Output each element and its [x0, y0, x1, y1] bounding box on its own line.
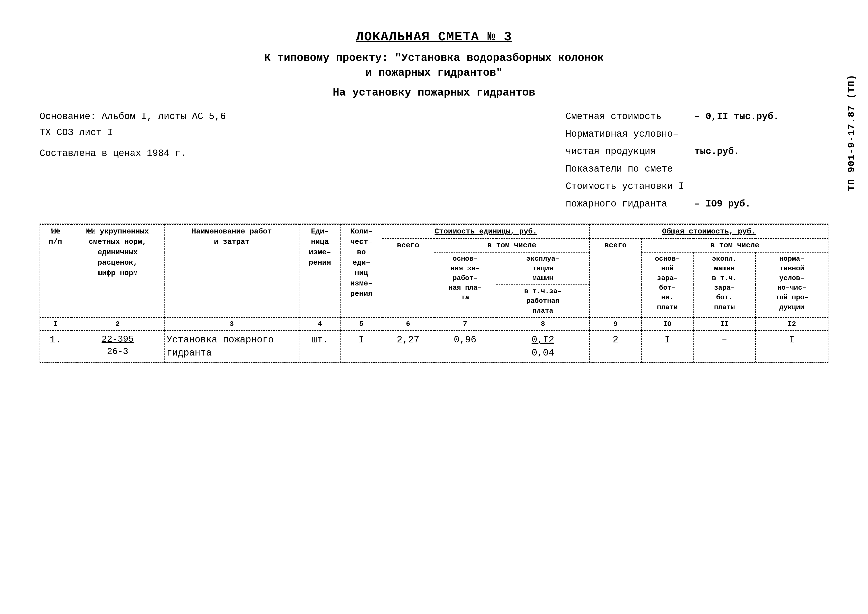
header-expl-machines: эксплуа–тациямашин: [496, 252, 589, 285]
col-num-11: II: [693, 317, 756, 331]
meta-section: Основание: Альбом I, листы АС 5,6 ТХ СОЗ…: [40, 109, 828, 214]
main-title: ЛОКАЛЬНАЯ СМЕТА № 3: [40, 30, 828, 44]
meta-right-row6: пожарного гидранта – IO9 руб.: [566, 196, 779, 212]
meta-right: Сметная стоимость – 0,II тыс.руб. Нормат…: [566, 109, 779, 214]
data-total-unit: 2,27: [382, 331, 434, 362]
header-row-1: №№п/п №№ укрупненныхсметных норм,единичн…: [40, 225, 828, 238]
col-num-8: 8: [496, 317, 589, 331]
header-col-num: №№п/п: [40, 225, 71, 317]
header-expl-sub: в т.ч.за–работнаяплата: [496, 285, 589, 317]
col-num-1: I: [40, 317, 71, 331]
meta-left: Основание: Альбом I, листы АС 5,6 ТХ СОЗ…: [40, 109, 226, 214]
header-in-that-unit: в том числе: [434, 238, 590, 252]
vertical-stamp: ТП 901-9-17.87 (ТП): [845, 74, 858, 191]
table-row: 1. 22-395 26-3 Установка пожарного гидра…: [40, 331, 828, 362]
meta-left-line2: ТХ СОЗ лист I: [40, 125, 226, 141]
meta-right-label1: Сметная стоимость: [566, 109, 694, 125]
header-col-unit: Еди–ницаизме–рения: [299, 225, 341, 317]
data-base-wage: 0,96: [434, 331, 496, 362]
meta-right-value6: – IO9 руб.: [694, 196, 751, 212]
data-unit: шт.: [299, 331, 341, 362]
meta-left-line3: Составлена в ценах 1984 г.: [40, 146, 226, 162]
col-num-4: 4: [299, 317, 341, 331]
header-total-all: всего: [590, 238, 642, 317]
data-expl: 0,I2 0,04: [496, 331, 589, 362]
meta-right-value3: тыс.руб.: [694, 144, 739, 160]
page: ТП 901-9-17.87 (ТП) ЛОКАЛЬНАЯ СМЕТА № 3 …: [0, 0, 868, 614]
col-num-6: 6: [382, 317, 434, 331]
header-base-wage: основ–ная за–работ–ная пла–та: [434, 252, 496, 317]
subtitle-line3: На установку пожарных гидрантов: [40, 86, 828, 99]
meta-right-row2: Нормативная условно–: [566, 126, 779, 142]
main-table: №№п/п №№ укрупненныхсметных норм,единичн…: [40, 224, 828, 363]
header-base-all-wage: основ–нойзара–бот–ни.плати: [641, 252, 693, 317]
col-num-2: 2: [71, 317, 164, 331]
header-mach-all: экопл.машинв т.ч.зара–бот.платы: [693, 252, 756, 317]
meta-right-label2: Нормативная условно–: [566, 126, 694, 142]
header-cost-unit-group: Стоимость единицы, руб.: [382, 225, 589, 238]
header-norm-prod: норма–тивнойуслов–но–чис–той про–дукции: [755, 252, 828, 317]
col-num-12: I2: [755, 317, 828, 331]
header-col-code: №№ укрупненныхсметных норм,единичныхрасц…: [71, 225, 164, 317]
meta-right-label3: чистая продукция: [566, 144, 694, 160]
meta-right-value1: – 0,II тыс.руб.: [694, 109, 779, 125]
header-in-that-all: в том числе: [641, 238, 828, 252]
data-mach-all: –: [693, 331, 756, 362]
header-cost-total-group: Общая стоимость, руб.: [590, 225, 828, 238]
meta-right-label5: Стоимость установки I: [566, 179, 694, 194]
meta-right-row3: чистая продукция тыс.руб.: [566, 144, 779, 160]
col-num-10: IO: [641, 317, 693, 331]
meta-left-line1: Основание: Альбом I, листы АС 5,6: [40, 109, 226, 125]
subtitle-line2: и пожарных гидрантов": [40, 67, 828, 79]
header-col-qty: Коли–чест–воеди–ницизме–рения: [341, 225, 382, 317]
data-code: 22-395 26-3: [71, 331, 164, 362]
col-num-9: 9: [590, 317, 642, 331]
meta-right-row5: Стоимость установки I: [566, 179, 779, 194]
meta-right-row1: Сметная стоимость – 0,II тыс.руб.: [566, 109, 779, 125]
column-number-row: I 2 3 4 5 6 7 8 9 IO II I2: [40, 317, 828, 331]
data-norm-prod: I: [755, 331, 828, 362]
data-name: Установка пожарного гидранта: [164, 331, 299, 362]
col-num-7: 7: [434, 317, 496, 331]
subtitle-line1: К типовому проекту: "Установка водоразбо…: [40, 52, 828, 64]
table-wrapper: №№п/п №№ укрупненныхсметных норм,единичн…: [40, 224, 828, 364]
header-total-unit: всего: [382, 238, 434, 317]
col-num-3: 3: [164, 317, 299, 331]
data-base-all: I: [641, 331, 693, 362]
title-section: ЛОКАЛЬНАЯ СМЕТА № 3 К типовому проекту: …: [40, 30, 828, 99]
data-qty: I: [341, 331, 382, 362]
meta-right-label6: пожарного гидранта: [566, 196, 694, 212]
data-num: 1.: [40, 331, 71, 362]
meta-right-label4: Показатели по смете: [566, 161, 694, 177]
meta-right-row4: Показатели по смете: [566, 161, 779, 177]
col-num-5: 5: [341, 317, 382, 331]
data-total-all: 2: [590, 331, 642, 362]
header-col-name: Наименование работи затрат: [164, 225, 299, 317]
